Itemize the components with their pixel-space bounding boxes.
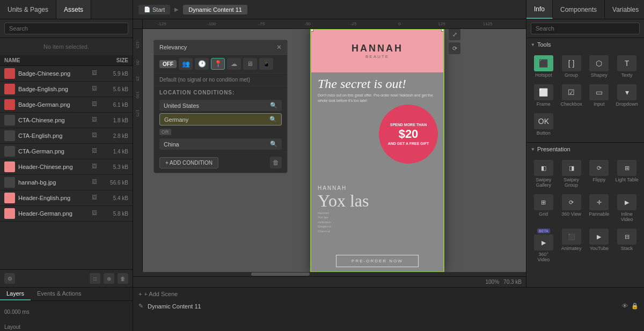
screen-icon[interactable]: 🖥 [243,58,257,70]
present-swipey-group[interactable]: ◨ Swipey Group [559,158,584,190]
ad-circle-price: $20 [399,127,419,141]
handle-top-left[interactable] [310,29,313,32]
present-light-table[interactable]: ⊞ Light Table [614,158,640,190]
present-icon: ⟳ [589,160,609,176]
scrollbar-thumb[interactable] [251,273,310,276]
clock-icon[interactable]: 🕐 [195,58,209,70]
ad-frame-controls: ⤢ ⟳ [449,29,460,54]
asset-thumb [4,84,15,94]
tool-dropdown[interactable]: ▾ Dropdown [614,82,640,109]
condition-row-2[interactable]: Germany 🔍 [159,113,282,126]
location-icon[interactable]: 📍 [211,58,225,70]
tab-variables[interactable]: Variables [605,0,644,19]
search-icon-1[interactable]: 🔍 [270,102,277,109]
search-icon-3[interactable]: 🔍 [270,141,277,148]
tool-label: Checkbox [561,101,582,107]
present-stack[interactable]: ⊟ Stack [614,226,640,264]
modal-default-text: Default (no signal or no condition met) [154,73,287,86]
present-swipey-gallery[interactable]: ◧ Swipey Gallery [531,158,557,190]
mobile-icon[interactable]: 📱 [259,58,273,70]
presentation-section: ▼ Presentation ◧ Swipey Gallery ◨ Swipey… [526,143,644,287]
ad-frame-container: HANNAH BEAUTE The secret is out! Don't m… [310,29,444,272]
right-search-input[interactable] [531,23,640,34]
tool-icon: ▾ [617,84,636,100]
present-pannable[interactable]: ✛ Pannable [587,192,612,224]
delete-icon[interactable]: 🗑 [118,273,128,284]
condition-row-1[interactable]: United States 🔍 [159,100,282,111]
tab-units-pages[interactable]: Units & Pages [0,0,56,19]
layout-label: Layout [0,323,133,331]
asset-name: Header-English.png [18,195,87,201]
list-item[interactable]: Badge-English.png 🖼 5.6 kB [0,82,133,97]
list-item[interactable]: hannah-bg.jpg 🖼 56.6 kB [0,175,133,190]
tool-group[interactable]: [ ] Group [559,53,584,80]
tool-texty[interactable]: T Texty [614,53,640,80]
list-item[interactable]: Badge-Chinese.png 🖼 5.9 kB [0,66,133,82]
tool-shapey[interactable]: ⬡ Shapey [587,53,612,80]
modal-close-button[interactable]: ✕ [276,43,282,51]
list-item[interactable]: CTA-English.png 🖼 2.8 kB [0,128,133,144]
tool-hotspot[interactable]: ⬛ Hotspot [531,53,557,80]
present-grid[interactable]: ⊞ Grid [531,192,557,224]
present-icon: ▶ [617,194,636,210]
delete-condition-button[interactable]: 🗑 [270,157,282,168]
tab-assets[interactable]: Assets [56,0,91,19]
expand-icon[interactable]: ⤢ [449,29,460,40]
list-item[interactable]: Header-Chinese.png 🖼 5.3 kB [0,159,133,175]
visibility-icon[interactable]: 👁 [622,303,628,310]
tools-header[interactable]: ▼ Tools [526,38,644,51]
asset-size: 1.4 kB [101,149,128,155]
present-youtube[interactable]: ▶ YouTube [587,226,612,264]
present-flippy[interactable]: ⟳ Flippy [587,158,612,190]
add-icon[interactable]: □ [90,273,100,284]
present-icon: ✛ [589,194,609,210]
tool-icon: ⬜ [534,84,553,100]
asset-thumb [4,193,15,203]
asset-size: 5.9 kB [101,71,128,77]
presentation-grid: ◧ Swipey Gallery ◨ Swipey Group ⟳ Flippy… [526,156,644,269]
add-condition-button[interactable]: + ADD CONDITION [159,157,218,168]
breadcrumb-current[interactable]: Dynamic Content 11 [183,5,247,14]
asset-size: 5.3 kB [101,164,128,170]
asset-thumb [4,99,15,110]
present-inline-video[interactable]: ▶ Inline Video [614,192,640,224]
handle-top-right[interactable] [441,29,444,32]
list-item[interactable]: Header-English.png 🖼 5.4 kB [0,190,133,206]
list-item[interactable]: CTA-German.png 🖼 1.4 kB [0,144,133,159]
presentation-header[interactable]: ▼ Presentation [526,143,644,156]
tool-frame[interactable]: ⬜ Frame [531,82,557,109]
condition-row-3[interactable]: China 🔍 [159,138,282,150]
list-item[interactable]: Header-German.png 🖼 5.8 kB [0,206,133,222]
ad-circle-and: AND GET A FREE GIFT [388,141,429,146]
breadcrumb-start[interactable]: 📄 Start [138,5,170,14]
tab-layers[interactable]: Layers [0,288,31,300]
weather-icon[interactable]: ☁ [227,58,241,70]
layer-name: Dynamic Content 11 [148,303,618,310]
ad-button[interactable]: PRE-ORDER NOW [336,255,419,267]
tool-checkbox[interactable]: ☑ Checkbox [559,82,584,109]
list-item[interactable]: CTA-Chinese.png 🖼 1.8 kB [0,113,133,128]
tool-input[interactable]: ▭ Input [587,82,612,109]
present-360-view[interactable]: ⟳ 360 View [559,192,584,224]
people-icon[interactable]: 👥 [179,58,193,70]
present-animatey[interactable]: ⬛ Animatey [559,226,584,264]
tab-events[interactable]: Events & Actions [31,288,88,300]
search-input[interactable] [4,23,128,34]
list-item[interactable]: Badge-German.png 🖼 6.1 kB [0,97,133,113]
present-label: Swipey Gallery [532,177,555,188]
search-icon-2[interactable]: 🔍 [269,116,277,123]
lock-icon[interactable]: 🔒 [631,303,639,310]
toggle-off[interactable]: OFF [159,60,177,68]
scrollbar-horizontal[interactable] [133,272,526,276]
present-icon: ⊞ [617,160,636,176]
tab-components[interactable]: Components [553,0,605,19]
settings-icon[interactable]: ⚙ [4,273,15,284]
tool-label: Group [565,72,578,78]
tool-button[interactable]: OK Button [531,111,557,138]
duplicate-icon[interactable]: ⊕ [104,273,114,284]
right-search [526,19,644,38]
present-360°-video[interactable]: BETA ▶ 360° Video [531,226,557,264]
add-scene-button[interactable]: + + Add Scene [138,291,178,297]
tab-info[interactable]: Info [526,0,553,19]
refresh-icon[interactable]: ⟳ [449,42,460,54]
